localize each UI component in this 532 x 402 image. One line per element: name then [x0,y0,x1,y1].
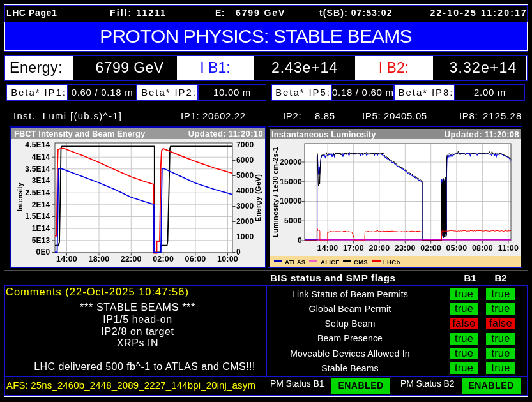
svg-text:0: 0 [298,236,302,245]
svg-text:02:00: 02:00 [420,244,441,253]
svg-text:17:00: 17:00 [343,244,364,253]
svg-text:4E14: 4E14 [32,153,50,161]
svg-text:10:00: 10:00 [217,255,238,264]
svg-text:14:00: 14:00 [317,244,338,253]
svg-text:05:00: 05:00 [446,244,467,253]
svg-text:23:00: 23:00 [395,244,416,253]
svg-text:4000: 4000 [236,186,254,195]
svg-text:5E13: 5E13 [32,236,50,245]
svg-text:5000: 5000 [236,171,254,180]
svg-text:6000: 6000 [236,156,254,165]
svg-text:11:00: 11:00 [498,244,519,253]
svg-text:Luminosity / 1e30 cm-2s-1: Luminosity / 1e30 cm-2s-1 [271,147,279,237]
svg-text:3.5E14: 3.5E14 [25,165,50,174]
svg-text:06:00: 06:00 [185,255,206,264]
svg-text:20:00: 20:00 [369,244,390,253]
svg-text:0E0: 0E0 [36,248,50,257]
svg-text:20000: 20000 [280,158,302,167]
svg-text:02:00: 02:00 [153,255,174,264]
svg-text:2000: 2000 [236,217,254,226]
svg-text:3E14: 3E14 [32,176,50,185]
svg-text:1000: 1000 [236,232,254,241]
svg-text:1.5E14: 1.5E14 [25,212,50,221]
svg-text:2E14: 2E14 [32,200,50,209]
svg-text:3000: 3000 [236,202,254,211]
svg-text:4.5E14: 4.5E14 [25,140,50,149]
svg-text:Intensity: Intensity [16,182,24,211]
svg-text:08:00: 08:00 [472,244,493,253]
svg-text:2.5E14: 2.5E14 [25,188,50,197]
svg-text:22:00: 22:00 [121,255,142,264]
svg-text:14:00: 14:00 [56,255,77,264]
svg-text:5000: 5000 [284,216,302,225]
svg-text:15000: 15000 [280,177,302,186]
svg-text:Energy (GeV): Energy (GeV) [254,174,262,222]
svg-text:1E14: 1E14 [32,224,50,233]
svg-text:7000: 7000 [236,140,254,149]
svg-text:10000: 10000 [280,197,302,205]
svg-text:18:00: 18:00 [89,255,110,264]
